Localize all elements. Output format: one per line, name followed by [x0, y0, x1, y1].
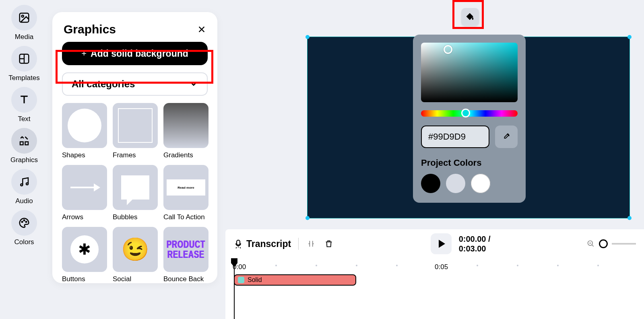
nav-label: Text	[18, 115, 30, 123]
nav-label: Graphics	[10, 156, 38, 164]
tile-label: Buttons	[62, 275, 107, 283]
image-icon	[18, 12, 30, 24]
transcript-toggle[interactable]: Transcript	[233, 239, 291, 249]
divider	[298, 238, 299, 250]
graphics-icon	[18, 135, 30, 147]
svg-rect-8	[237, 240, 240, 245]
tile-social[interactable]: 😉 Social	[113, 227, 158, 283]
ruler-dot	[396, 265, 398, 266]
svg-point-1	[22, 15, 24, 17]
tile-label: Shapes	[62, 151, 107, 159]
saturation-box[interactable]	[421, 43, 518, 102]
eyedropper-icon	[502, 132, 511, 141]
tile-label: Gradients	[163, 151, 208, 159]
hue-slider[interactable]	[421, 110, 518, 117]
categories-dropdown[interactable]: All categories	[62, 72, 208, 96]
timeline-header: Transcript 0:00.00 / 0:03.00	[225, 229, 644, 258]
thumb-gradients	[163, 103, 208, 148]
transcript-icon	[233, 239, 243, 249]
ruler-tick: 0:00	[233, 263, 246, 271]
nav-label: Media	[15, 33, 33, 41]
ruler-dot	[316, 265, 317, 266]
hex-input[interactable]: #99D9D9	[421, 126, 489, 148]
nav-label: Audio	[15, 197, 33, 205]
swatch-black[interactable]	[421, 174, 440, 193]
nav-audio[interactable]: Audio	[11, 169, 37, 205]
nav-label: Colors	[14, 238, 34, 246]
nav-graphics[interactable]: Graphics	[10, 128, 38, 164]
chevron-down-icon	[189, 80, 198, 88]
nav-label: Templates	[8, 74, 39, 82]
resize-handle-br[interactable]	[627, 216, 632, 220]
text-icon	[18, 94, 30, 106]
tile-label: Frames	[113, 151, 158, 159]
close-panel-button[interactable]	[197, 25, 206, 34]
thumb-bounce: PRODUCTRELEASE	[163, 227, 208, 272]
zoom-out-icon[interactable]	[587, 240, 595, 248]
play-button[interactable]	[431, 233, 452, 254]
tile-gradients[interactable]: Gradients	[163, 103, 208, 159]
svg-point-5	[22, 221, 23, 222]
svg-point-7	[26, 221, 27, 222]
tile-frames[interactable]: Frames	[113, 103, 158, 159]
layout-icon	[18, 53, 30, 65]
timeline: Transcript 0:00.00 / 0:03.00 0:00	[225, 229, 644, 319]
ruler-dot	[356, 265, 357, 266]
thumb-frames	[113, 103, 158, 148]
plus-icon: +	[81, 48, 87, 59]
thumb-bubbles	[113, 165, 158, 210]
audio-icon	[18, 176, 30, 188]
clip-label: Solid	[248, 276, 262, 284]
zoom-control[interactable]	[587, 239, 636, 248]
timeline-clip-solid[interactable]: Solid	[234, 274, 356, 286]
left-nav: Media Templates Text Graphics Audio Colo…	[0, 0, 48, 246]
tile-label: Bubbles	[113, 213, 158, 221]
graphics-grid: Shapes Frames Gradients Arrows Bubbles R…	[52, 103, 217, 283]
tile-bounce-back[interactable]: PRODUCTRELEASE Bounce Back	[163, 227, 208, 283]
ruler-dot	[275, 265, 277, 266]
saturation-cursor[interactable]	[444, 45, 452, 54]
ruler-dot	[517, 265, 518, 266]
tile-label: Arrows	[62, 213, 107, 221]
add-bg-label: Add solid background	[91, 48, 188, 59]
transcript-label: Transcript	[246, 239, 291, 249]
eyedropper-button[interactable]	[495, 126, 518, 148]
swatch-grey[interactable]	[446, 174, 465, 193]
delete-button[interactable]	[324, 239, 334, 249]
tile-shapes[interactable]: Shapes	[62, 103, 107, 159]
tile-label: Social	[113, 275, 158, 283]
resize-handle-tl[interactable]	[305, 35, 310, 39]
resize-handle-bl[interactable]	[305, 216, 310, 220]
add-solid-background-button[interactable]: + Add solid background	[62, 42, 208, 65]
tile-bubbles[interactable]: Bubbles	[113, 165, 158, 221]
color-picker: #99D9D9 Project Colors	[413, 35, 526, 203]
palette-icon	[18, 217, 30, 229]
play-icon	[439, 240, 445, 248]
paint-bucket-icon	[466, 12, 475, 21]
svg-point-6	[24, 220, 25, 221]
zoom-slider-track[interactable]	[612, 243, 636, 245]
thumb-social: 😉	[113, 227, 158, 272]
split-clip-button[interactable]	[306, 239, 316, 249]
categories-label: All categories	[72, 78, 135, 90]
svg-point-4	[26, 183, 28, 185]
nav-text[interactable]: Text	[11, 87, 37, 123]
timeline-ruler[interactable]: 0:00 0:05	[225, 259, 644, 275]
nav-colors[interactable]: Colors	[11, 210, 37, 246]
ruler-dot	[557, 265, 559, 266]
graphics-panel: Graphics + Add solid background All cate…	[52, 12, 217, 283]
hue-cursor[interactable]	[461, 109, 470, 117]
ruler-dot	[597, 265, 599, 266]
tile-buttons[interactable]: ✱ Buttons	[62, 227, 107, 283]
fill-color-button[interactable]	[461, 8, 479, 26]
clip-color-swatch	[238, 277, 244, 283]
tile-cta[interactable]: Read more Call To Action	[163, 165, 208, 221]
swatch-white[interactable]	[471, 174, 490, 193]
tile-label: Bounce Back	[163, 275, 208, 283]
tile-arrows[interactable]: Arrows	[62, 165, 107, 221]
nav-templates[interactable]: Templates	[8, 46, 39, 82]
ruler-tick: 0:05	[435, 263, 448, 271]
resize-handle-tr[interactable]	[627, 35, 632, 39]
zoom-slider-thumb[interactable]	[599, 239, 608, 248]
nav-media[interactable]: Media	[11, 5, 37, 41]
